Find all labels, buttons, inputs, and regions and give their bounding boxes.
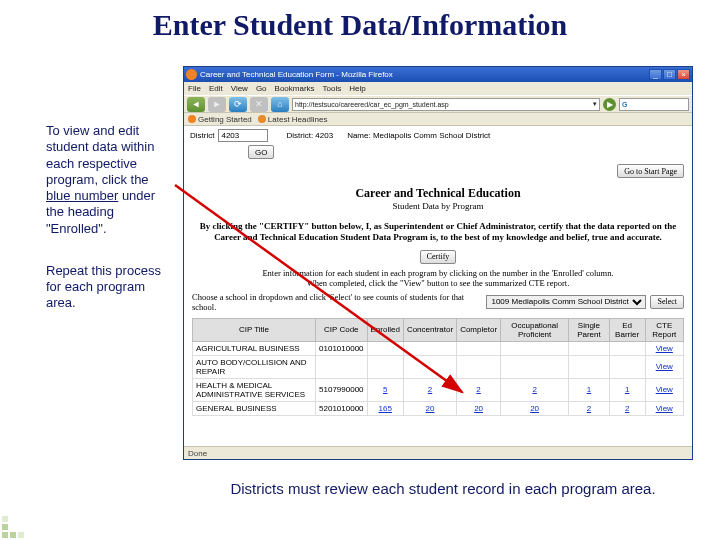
cell-completor: 2: [457, 378, 501, 401]
col-occupational: Occupational Proficient: [501, 318, 569, 341]
cell-concentrator: 2: [403, 378, 456, 401]
address-bar[interactable]: http://testsuco/careered/car_ec_pgm_stud…: [292, 98, 600, 111]
cell-cip-code: 0101010000: [316, 341, 368, 355]
cell-report: View: [645, 341, 683, 355]
cell-ed-barrier: 1: [609, 378, 645, 401]
district-label: District: [190, 131, 214, 140]
cell-completor: [457, 341, 501, 355]
window-close-button[interactable]: ×: [677, 69, 690, 80]
menu-file[interactable]: File: [188, 84, 201, 93]
search-box[interactable]: G: [619, 98, 689, 111]
menu-go[interactable]: Go: [256, 84, 267, 93]
start-page-button[interactable]: Go to Start Page: [617, 164, 684, 178]
view-link[interactable]: View: [656, 385, 673, 394]
cell-ed-barrier: 2: [609, 401, 645, 415]
text-underline: blue number: [46, 188, 118, 203]
menu-tools[interactable]: Tools: [323, 84, 342, 93]
district-input[interactable]: [218, 129, 268, 142]
window-title: Career and Technical Education Form - Mo…: [200, 70, 393, 79]
nav-back-button[interactable]: ◄: [187, 97, 205, 112]
nav-stop-button[interactable]: ✕: [250, 97, 268, 112]
cell-cip-title: GENERAL BUSINESS: [193, 401, 316, 415]
slide-title: Enter Student Data/Information: [0, 8, 720, 42]
cell-concentrator: 20: [403, 401, 456, 415]
link[interactable]: 1: [625, 385, 629, 394]
cell-report: View: [645, 378, 683, 401]
cell-report: View: [645, 401, 683, 415]
cell-cip-title: AGRICULTURAL BUSINESS: [193, 341, 316, 355]
table-row: AGRICULTURAL BUSINESS0101010000View: [193, 341, 684, 355]
status-bar: Done: [184, 446, 692, 459]
instruction-line-1: Enter information for each student in ea…: [184, 268, 692, 278]
cell-single-parent: 1: [569, 378, 610, 401]
instruction-line-2: When completed, click the "View" button …: [184, 278, 692, 288]
select-button[interactable]: Select: [650, 295, 684, 309]
nav-forward-button[interactable]: ►: [208, 97, 226, 112]
cell-enrolled[interactable]: [367, 355, 403, 378]
enrolled-link[interactable]: 5: [383, 385, 387, 394]
view-link[interactable]: View: [656, 404, 673, 413]
link[interactable]: 20: [426, 404, 435, 413]
menu-help[interactable]: Help: [349, 84, 365, 93]
page-heading: Career and Technical Education: [184, 186, 692, 201]
cell-enrolled[interactable]: [367, 341, 403, 355]
link[interactable]: 2: [625, 404, 629, 413]
window-titlebar: Career and Technical Education Form - Mo…: [184, 67, 692, 82]
window-minimize-button[interactable]: _: [649, 69, 662, 80]
enrolled-link[interactable]: 165: [379, 404, 392, 413]
school-select[interactable]: 1009 Mediapolis Comm School District: [486, 295, 646, 309]
link[interactable]: 20: [530, 404, 539, 413]
table-header-row: CIP Title CIP Code Enrolled Concentrator…: [193, 318, 684, 341]
dropdown-icon[interactable]: ▾: [593, 100, 597, 108]
cell-cip-title: AUTO BODY/COLLISION AND REPAIR: [193, 355, 316, 378]
col-ed-barrier: Ed Barrier: [609, 318, 645, 341]
url-text: http://testsuco/careered/car_ec_pgm_stud…: [295, 101, 449, 108]
go-page-button[interactable]: GO: [248, 145, 274, 159]
menu-bookmarks[interactable]: Bookmarks: [275, 84, 315, 93]
cell-single-parent: 2: [569, 401, 610, 415]
bookmark-getting-started[interactable]: Getting Started: [188, 115, 252, 124]
nav-home-button[interactable]: ⌂: [271, 97, 289, 112]
link[interactable]: 20: [474, 404, 483, 413]
col-enrolled: Enrolled: [367, 318, 403, 341]
bookmarks-bar: Getting Started Latest Headlines: [184, 113, 692, 126]
menu-edit[interactable]: Edit: [209, 84, 223, 93]
table-row: AUTO BODY/COLLISION AND REPAIRView: [193, 355, 684, 378]
col-cte-report: CTE Report: [645, 318, 683, 341]
table-row: GENERAL BUSINESS520101000016520202022Vie…: [193, 401, 684, 415]
page-viewport: District District: 4203 Name: Mediapolis…: [184, 126, 692, 448]
district-name: Name: Mediapolis Comm School District: [347, 131, 490, 140]
bookmark-label: Getting Started: [198, 115, 252, 124]
col-cip-title: CIP Title: [193, 318, 316, 341]
cell-completor: [457, 355, 501, 378]
cell-cip-code: [316, 355, 368, 378]
cell-concentrator: [403, 341, 456, 355]
search-engine-icon: G: [622, 101, 627, 108]
col-single-parent: Single Parent: [569, 318, 610, 341]
bookmark-latest-headlines[interactable]: Latest Headlines: [258, 115, 328, 124]
link[interactable]: 2: [587, 404, 591, 413]
cell-enrolled[interactable]: 165: [367, 401, 403, 415]
cell-occupational: [501, 355, 569, 378]
view-link[interactable]: View: [656, 344, 673, 353]
program-table: CIP Title CIP Code Enrolled Concentrator…: [192, 318, 684, 416]
cell-cip-code: 5201010000: [316, 401, 368, 415]
slide-corner-decoration: [0, 512, 28, 540]
link[interactable]: 1: [587, 385, 591, 394]
certify-button[interactable]: Certify: [420, 250, 457, 264]
link[interactable]: 2: [428, 385, 432, 394]
go-button[interactable]: ▶: [603, 98, 616, 111]
view-link[interactable]: View: [656, 362, 673, 371]
bookmark-label: Latest Headlines: [268, 115, 328, 124]
nav-reload-button[interactable]: ⟳: [229, 97, 247, 112]
bottom-note: Districts must review each student recor…: [208, 480, 678, 498]
cell-enrolled[interactable]: 5: [367, 378, 403, 401]
window-maximize-button[interactable]: □: [663, 69, 676, 80]
menu-view[interactable]: View: [231, 84, 248, 93]
table-row: HEALTH & MEDICAL ADMINISTRATIVE SERVICES…: [193, 378, 684, 401]
cell-ed-barrier: [609, 341, 645, 355]
cell-occupational: 2: [501, 378, 569, 401]
link[interactable]: 2: [476, 385, 480, 394]
text: To view and edit student data within eac…: [46, 123, 154, 187]
link[interactable]: 2: [532, 385, 536, 394]
